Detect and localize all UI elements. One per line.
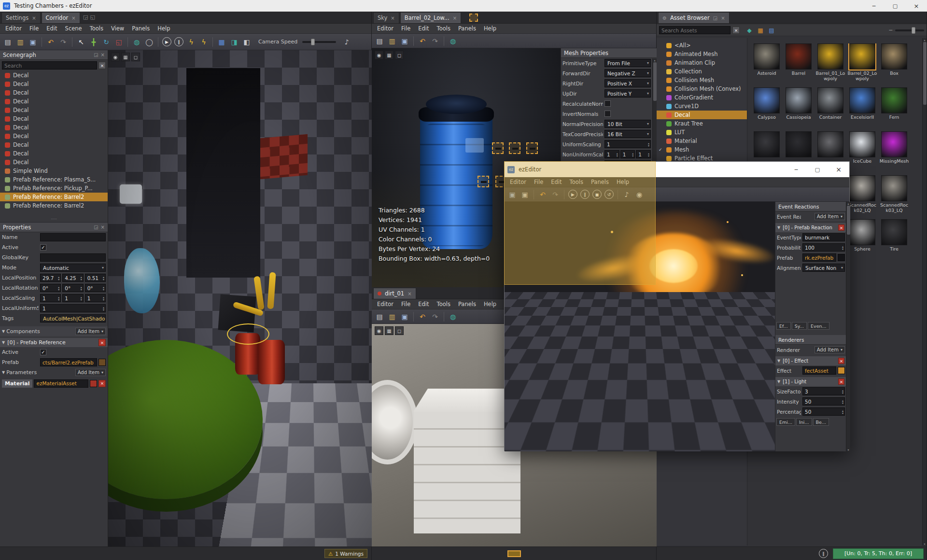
shading-icon[interactable]: ◧ — [241, 36, 253, 48]
lightning-icon[interactable]: ϟ — [185, 36, 197, 48]
prop-spinner[interactable]: 1▴▾ — [604, 140, 651, 148]
dock-target-handle[interactable] — [509, 142, 520, 154]
asset-cell[interactable]: Barrel — [783, 43, 814, 82]
menu-item[interactable]: Panels — [454, 25, 480, 32]
pause-icon[interactable]: ‖ — [580, 190, 590, 199]
scenegraph-search-input[interactable] — [2, 61, 97, 70]
close-tab-icon[interactable]: × — [453, 15, 457, 21]
scene-viewport[interactable]: ◉▦◻ — [108, 50, 372, 546]
close-tab-icon[interactable]: × — [721, 15, 725, 21]
close-panel-icon[interactable]: × — [101, 52, 105, 57]
menu-item[interactable]: Editor — [506, 179, 530, 185]
uniform-scale-spinner[interactable]: 1▴▾ — [40, 304, 106, 312]
panel-tab[interactable]: Sy... — [792, 322, 807, 330]
effect-renderer-group[interactable]: ▼[0] - Effect × — [775, 356, 846, 365]
scale-z-spinner[interactable]: 1▴▾ — [85, 294, 106, 302]
warnings-badge[interactable]: ⚠ 1 Warnings — [324, 549, 367, 558]
grid-toggle-icon[interactable]: ▦ — [121, 53, 130, 61]
redo-icon[interactable]: ↷ — [57, 36, 69, 48]
rot-z-spinner[interactable]: 0°▴▾ — [85, 284, 106, 292]
world-settings-icon[interactable]: ◍ — [447, 35, 459, 47]
save-document-icon[interactable]: ▣ — [399, 35, 410, 47]
dock-drag-handle[interactable] — [469, 14, 478, 22]
prop-dropdown[interactable]: From File▾ — [604, 59, 651, 67]
add-parameter-button[interactable]: Add Item▾ — [75, 369, 106, 376]
grid-toggle-icon[interactable]: ▦ — [385, 51, 393, 59]
render-mode-icon[interactable]: ◉ — [375, 51, 383, 59]
panel-splitter[interactable]: ····· — [0, 218, 108, 222]
remove-renderer-icon[interactable]: × — [838, 358, 844, 364]
maximize-viewport-icon[interactable]: ◻ — [131, 53, 140, 61]
save-scene-icon[interactable]: ▣ — [27, 36, 39, 48]
new-document-icon[interactable]: ▤ — [374, 311, 385, 322]
scale-y-spinner[interactable]: 1▴▾ — [62, 294, 83, 302]
menu-item[interactable]: Tools — [433, 301, 454, 308]
scenegraph-item[interactable]: Prefab Reference: Pickup_P... — [0, 184, 108, 193]
float-panel-icon[interactable]: ◲ — [713, 15, 717, 21]
toolbar-icon[interactable] — [72, 37, 72, 47]
close-tab-icon[interactable]: × — [391, 15, 394, 21]
scenegraph-item[interactable]: Decal — [0, 158, 108, 167]
scenegraph-item[interactable]: Decal — [0, 140, 108, 149]
asset-cell[interactable]: ScannedRock02_LQ — [847, 175, 878, 214]
asset-cell[interactable]: MissingMesh — [879, 131, 910, 170]
dock-target-handle[interactable] — [492, 142, 504, 154]
maximize-button[interactable]: ▢ — [885, 0, 906, 12]
new-document-icon[interactable]: ▤ — [374, 35, 385, 47]
toolbar-icon[interactable] — [618, 190, 618, 199]
grid-toggle-icon[interactable]: ▦ — [216, 36, 227, 48]
effect-asset-input[interactable]: fectAsset — [802, 366, 836, 375]
minimize-button[interactable]: ─ — [786, 162, 807, 177]
play-icon[interactable]: ▶ — [162, 37, 171, 46]
prop-dropdown[interactable]: Positive Y▾ — [604, 89, 651, 98]
dock-layout-icon[interactable]: ◱ — [90, 14, 95, 20]
toolbar-icon[interactable] — [212, 37, 213, 47]
menu-item[interactable]: Help — [613, 179, 633, 185]
material-color-swatch[interactable] — [90, 380, 97, 387]
snap-icon[interactable]: ◨ — [228, 36, 240, 48]
scenegraph-item[interactable]: Decal — [0, 149, 108, 158]
world-settings-icon[interactable]: ◍ — [447, 311, 459, 322]
toolbar-icon[interactable] — [413, 312, 414, 322]
asset-cell[interactable]: Calypso — [751, 87, 782, 126]
save-icon[interactable]: ▣ — [506, 189, 518, 200]
scenegraph-item[interactable]: Decal — [0, 132, 108, 140]
tags-dropdown[interactable]: AutoColMesh|CastShadow▾ — [40, 314, 106, 322]
prefab-browse-button[interactable] — [98, 359, 106, 366]
scenegraph-item[interactable]: Decal — [0, 114, 108, 123]
clear-search-icon[interactable]: × — [732, 27, 740, 34]
alignment-dropdown[interactable]: Surface Non▾ — [802, 264, 845, 272]
scale-tool-icon[interactable]: ◱ — [113, 36, 125, 48]
percentage-spinner[interactable]: 50▴▾ — [802, 407, 845, 416]
asset-cell[interactable]: Box — [879, 43, 910, 82]
menu-item[interactable]: Tools — [566, 179, 587, 185]
sizefactor-spinner[interactable]: 3▴▾ — [802, 387, 845, 395]
scenegraph-item[interactable]: Decal — [0, 80, 108, 88]
prop-dropdown[interactable]: Positive X▾ — [604, 79, 651, 87]
asset-cell[interactable]: Sphere — [847, 219, 878, 258]
scenegraph-item[interactable]: Decal — [0, 71, 108, 80]
asset-type-item[interactable]: ✓ ColorGradient — [657, 93, 747, 102]
prefab-asset-input[interactable]: cts/Barrel2.ezPrefab — [40, 358, 97, 366]
scenegraph-item[interactable]: Decal — [0, 97, 108, 106]
camera-speed-slider[interactable] — [302, 41, 336, 43]
undo-icon[interactable]: ↶ — [537, 189, 548, 200]
toolbar-icon[interactable] — [564, 190, 564, 199]
menu-item[interactable]: Editor — [373, 301, 397, 308]
scenegraph-item[interactable]: Decal — [0, 123, 108, 132]
asset-type-item[interactable]: ✓ Material — [657, 137, 747, 145]
redo-icon[interactable]: ↷ — [429, 35, 441, 47]
asset-cell[interactable]: ExcelsiorII — [847, 87, 878, 126]
mute-icon[interactable]: ♪ — [341, 36, 352, 48]
pos-z-spinner[interactable]: 0.51▴▾ — [85, 274, 106, 282]
redo-icon[interactable]: ↷ — [549, 189, 561, 200]
menu-item[interactable]: Scene — [61, 25, 86, 32]
close-panel-icon[interactable]: × — [101, 224, 105, 230]
open-document-icon[interactable]: ▥ — [386, 311, 398, 322]
stop-icon[interactable]: ◼ — [592, 190, 602, 199]
asset-type-item[interactable]: ✓ Collision Mesh — [657, 76, 747, 84]
zoom-out-icon[interactable]: ─ — [889, 27, 892, 33]
toolbar-icon[interactable] — [444, 312, 444, 322]
panel-tab[interactable]: Ef... — [776, 322, 791, 330]
asset-cell[interactable]: Tire — [879, 219, 910, 258]
